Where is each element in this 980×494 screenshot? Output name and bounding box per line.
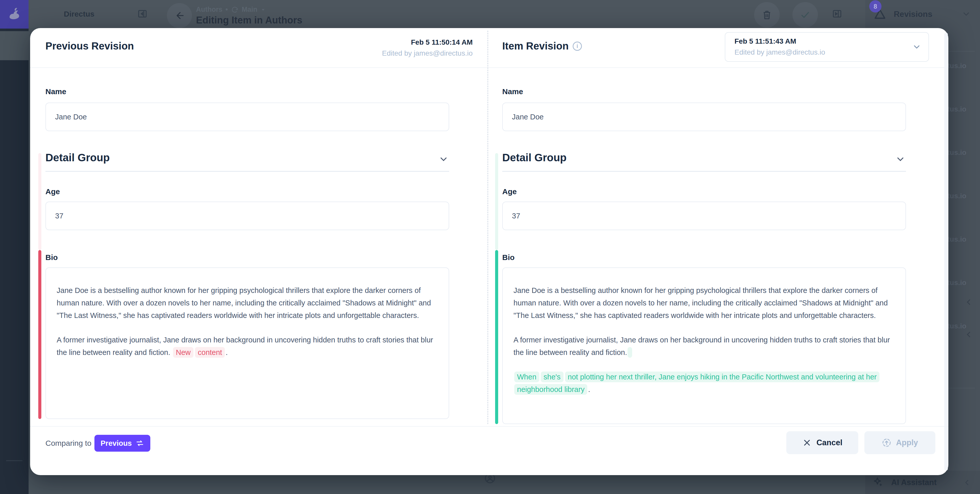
bio-paragraph: A former investigative journalist, Jane … — [514, 334, 894, 359]
revision-entry-truncated[interactable]: tus.io — [947, 149, 966, 157]
revision-entry-truncated[interactable]: tus.io — [947, 62, 966, 70]
bio-added-accent-bar — [495, 250, 498, 424]
ai-assistant-label: AI Assistant — [891, 478, 937, 487]
apply-button[interactable]: Apply — [864, 431, 935, 454]
collapse-nav-icon[interactable] — [137, 8, 148, 19]
revision-select-dropdown[interactable]: Feb 5 11:51:43 AM Edited by james@direct… — [725, 32, 929, 62]
deleted-text-chunk: content — [195, 347, 225, 358]
added-text-chunk: not plotting her next thriller, Jane enj… — [514, 372, 880, 395]
previous-revision-title: Previous Revision — [45, 40, 134, 52]
bio-paragraph: Jane Doe is a bestselling author known f… — [57, 284, 437, 322]
selected-revision-edited-by: Edited by james@directus.io — [735, 47, 919, 58]
version-icon — [231, 6, 239, 14]
breadcrumb-version[interactable]: Main — [242, 6, 258, 14]
delete-item-button[interactable] — [754, 2, 780, 27]
revision-entry-truncated[interactable]: tus.io — [947, 192, 966, 200]
age-input[interactable]: 37 — [45, 202, 449, 230]
revisions-section-header[interactable]: 8 Revisions — [865, 0, 980, 28]
comparing-to-label: Comparing to — [45, 439, 91, 448]
swap-arrows-icon — [135, 439, 144, 448]
name-value: Jane Doe — [55, 113, 87, 121]
module-bar — [0, 0, 29, 494]
revision-entry-truncated[interactable]: tus.io — [947, 105, 966, 113]
revisions-count-badge: 8 — [869, 0, 881, 13]
sidebar-section-chevron-icon[interactable] — [964, 297, 974, 307]
revisions-label: Revisions — [894, 10, 932, 19]
revision-entry-truncated[interactable]: tus.io — [947, 322, 966, 330]
bio-textarea-current[interactable]: Jane Doe is a bestselling author known f… — [502, 267, 906, 424]
panels-dashed-divider — [487, 31, 488, 424]
project-name: Directus — [64, 10, 94, 18]
item-revision-title: Item Revision i — [502, 40, 582, 52]
bio-label: Bio — [45, 253, 58, 262]
info-icon[interactable]: i — [573, 41, 582, 51]
age-value: 37 — [512, 212, 520, 220]
detail-group-title: Detail Group — [502, 152, 566, 164]
name-value: Jane Doe — [512, 113, 544, 121]
close-icon — [802, 438, 812, 448]
revision-entry-truncated[interactable]: tus.io — [947, 279, 966, 287]
added-text-chunk: When — [514, 372, 539, 382]
bio-textarea-previous[interactable]: Jane Doe is a bestselling author known f… — [45, 267, 449, 419]
name-label: Name — [45, 87, 66, 96]
group-changed-accent-bar — [495, 153, 498, 250]
previous-revision-timestamp: Feb 5 11:50:14 AM — [336, 37, 473, 48]
age-input[interactable]: 37 — [502, 202, 906, 230]
apply-upload-icon — [882, 438, 891, 448]
selected-revision-timestamp: Feb 5 11:51:43 AM — [735, 36, 919, 47]
app-root: Directus Authors • Main Editing Item in … — [0, 0, 980, 494]
name-label: Name — [502, 87, 523, 96]
back-button[interactable] — [167, 3, 192, 28]
bio-trailing-period: . — [588, 385, 590, 394]
deleted-text-chunk: New — [173, 347, 193, 358]
breadcrumb-separator: • — [226, 6, 228, 14]
group-changed-accent-bar — [38, 153, 41, 250]
name-input[interactable]: Jane Doe — [45, 103, 449, 131]
check-icon — [800, 9, 811, 21]
age-label: Age — [45, 187, 60, 196]
name-input[interactable]: Jane Doe — [502, 103, 906, 131]
added-text-chunk: she's — [541, 372, 563, 382]
bio-paragraph: A former investigative journalist, Jane … — [57, 334, 437, 359]
trash-icon — [761, 9, 773, 21]
detail-group-title: Detail Group — [45, 152, 110, 164]
active-module-highlight — [0, 31, 29, 60]
modal-footer-divider — [30, 426, 948, 427]
modal-header-divider — [30, 67, 948, 68]
breadcrumb[interactable]: Authors • Main — [196, 6, 266, 14]
bio-deleted-accent-bar — [38, 250, 41, 419]
breadcrumb-collection[interactable]: Authors — [196, 6, 223, 14]
age-label: Age — [502, 187, 517, 196]
bio-added-chunks: Whenshe'snot plotting her next thriller,… — [514, 373, 880, 394]
diff-space-marker — [628, 347, 632, 358]
bio-trailing-period: . — [226, 348, 228, 356]
previous-revision-edited-by: Edited by james@directus.io — [336, 48, 473, 59]
directus-logo[interactable] — [0, 0, 29, 29]
caret-down-icon — [260, 7, 266, 13]
ai-assistant-expand-chevron-icon[interactable] — [963, 478, 971, 487]
revision-compare-modal: Previous Revision Feb 5 11:50:14 AM Edit… — [30, 28, 948, 475]
detail-group-divider — [502, 171, 906, 172]
detail-group-chevron-icon[interactable] — [438, 154, 449, 164]
detail-group-divider — [45, 171, 449, 172]
toggle-sidebar-icon[interactable] — [832, 8, 843, 19]
age-value: 37 — [55, 212, 63, 220]
compare-target-button[interactable]: Previous — [94, 435, 150, 452]
bio-removed-chunks: Newcontent — [172, 348, 226, 356]
top-header-bar — [29, 0, 865, 28]
bio-paragraph-added: Whenshe'snot plotting her next thriller,… — [514, 371, 894, 396]
revision-entry-truncated[interactable]: tus.io — [947, 235, 966, 243]
bio-paragraph: Jane Doe is a bestselling author known f… — [514, 284, 894, 322]
previous-revision-meta: Feb 5 11:50:14 AM Edited by james@direct… — [336, 37, 473, 59]
cancel-button[interactable]: Cancel — [786, 431, 858, 454]
rabbit-logo-icon — [6, 6, 22, 22]
sparkles-icon — [872, 477, 885, 489]
page-title: Editing Item in Authors — [196, 15, 302, 26]
dropdown-chevron-icon — [912, 42, 921, 52]
detail-group-chevron-icon[interactable] — [895, 154, 905, 164]
sidebar-section-chevron-icon[interactable] — [964, 330, 974, 339]
module-bar-divider — [6, 460, 22, 461]
modal-scrollbar[interactable] — [944, 33, 948, 470]
save-item-button[interactable] — [792, 2, 818, 27]
revisions-collapse-chevron-icon[interactable] — [962, 10, 971, 19]
